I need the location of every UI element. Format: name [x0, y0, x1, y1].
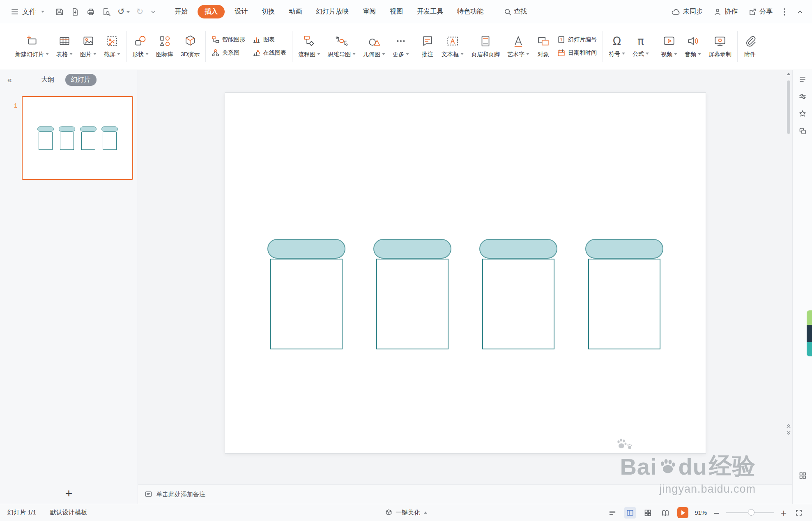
screenshot-button[interactable]: 截屏	[100, 32, 124, 61]
slide-shape-group-2[interactable]	[373, 239, 451, 349]
slide-number-button[interactable]: 幻灯片编号	[557, 36, 597, 44]
relation-diagram-button[interactable]: 关系图	[212, 49, 245, 57]
app-grid-icon[interactable]	[796, 468, 810, 482]
tab-home[interactable]: 开始	[170, 5, 192, 18]
tab-view[interactable]: 视图	[386, 5, 407, 18]
fit-window-button[interactable]	[793, 507, 805, 519]
redo-button[interactable]: ↻	[136, 7, 144, 16]
play-slideshow-button[interactable]	[677, 507, 688, 518]
zoom-slider-knob[interactable]	[748, 509, 754, 516]
save-button[interactable]	[55, 7, 64, 16]
zoom-slider[interactable]	[726, 512, 774, 513]
collapse-panel-button[interactable]: «	[7, 75, 12, 85]
find-button[interactable]: 查找	[504, 7, 527, 16]
slide-shape-group-3[interactable]	[479, 239, 557, 349]
ribbon-separator	[603, 31, 603, 62]
tab-insert[interactable]: 插入	[198, 5, 225, 18]
zoom-out-button[interactable]: −	[713, 508, 720, 517]
undo-caret-icon	[127, 11, 130, 13]
quick-access-toolbar: ↺ ↻	[55, 7, 156, 16]
more-menu-button[interactable]	[783, 8, 786, 16]
print-preview-button[interactable]	[102, 7, 111, 16]
slide-thumbnail-1[interactable]	[22, 96, 133, 180]
screen-record-button[interactable]: 屏幕录制	[705, 32, 735, 61]
print-button[interactable]	[86, 7, 95, 16]
vertical-scrollbar[interactable]	[785, 70, 792, 485]
pane-list-icon[interactable]	[796, 72, 810, 86]
next-slide-button[interactable]	[786, 431, 791, 436]
tab-special-features[interactable]: 特色功能	[453, 5, 488, 18]
new-slide-button[interactable]: 新建幻灯片	[12, 32, 53, 61]
collapse-ribbon-button[interactable]	[796, 8, 804, 16]
notes-bar[interactable]: 单击此处添加备注	[138, 484, 792, 504]
symbol-button[interactable]: Ω 符号	[605, 32, 629, 60]
screenshot-icon	[106, 34, 119, 48]
previous-slide-button[interactable]	[786, 423, 791, 428]
outline-tab[interactable]: 大纲	[41, 76, 55, 84]
slide-shape-group-4[interactable]	[585, 239, 663, 349]
shapes-button[interactable]: 形状	[129, 32, 152, 61]
resource-panel-peek-tab[interactable]	[807, 310, 812, 356]
mind-map-button[interactable]: 思维导图	[324, 32, 359, 61]
scroll-up-button[interactable]	[785, 70, 792, 78]
date-time-label: 日期和时间	[568, 49, 597, 57]
flowchart-button[interactable]: 流程图	[294, 32, 324, 61]
video-button[interactable]: 视频	[657, 32, 681, 61]
date-time-button[interactable]: 日期和时间	[557, 49, 597, 57]
slides-tab[interactable]: 幻灯片	[65, 74, 97, 86]
export-button[interactable]	[71, 7, 80, 16]
audio-label: 音频	[685, 51, 696, 57]
tab-developer[interactable]: 开发工具	[413, 5, 447, 18]
icon-library-button[interactable]: 图标库	[152, 32, 177, 61]
normal-view-button[interactable]	[624, 507, 636, 519]
zoom-in-button[interactable]: +	[780, 508, 787, 517]
header-footer-button[interactable]: 页眉和页脚	[467, 32, 504, 61]
word-art-button[interactable]: 艺术字	[504, 32, 533, 61]
tab-animation[interactable]: 动画	[285, 5, 306, 18]
smart-graphics-button[interactable]: 智能图形	[212, 36, 245, 44]
settings-sliders-icon[interactable]	[796, 90, 810, 103]
tab-transitions[interactable]: 切换	[258, 5, 279, 18]
tab-slideshow[interactable]: 幻灯片放映	[312, 5, 353, 18]
tab-design[interactable]: 设计	[230, 5, 252, 18]
attachment-button[interactable]: 附件	[740, 32, 760, 61]
text-box-button[interactable]: 文本框	[438, 32, 467, 61]
slide-canvas[interactable]	[138, 70, 792, 485]
geometry-button[interactable]: 几何图	[359, 32, 389, 61]
slide-thumbnail-list: 1	[0, 90, 138, 483]
screen-record-icon	[713, 34, 727, 48]
add-slide-button[interactable]: +	[65, 487, 73, 500]
slide-1[interactable]	[225, 93, 706, 453]
effects-star-icon[interactable]	[796, 107, 810, 121]
table-button[interactable]: 表格	[53, 32, 76, 61]
object-button[interactable]: 对象	[533, 32, 554, 61]
online-chart-button[interactable]: 在线图表	[253, 49, 286, 57]
notes-toggle-button[interactable]	[607, 507, 618, 519]
formula-button[interactable]: π 公式	[629, 32, 653, 60]
scrollbar-thumb[interactable]	[787, 80, 790, 134]
ribbon-tabs: 开始 插入 设计 切换 动画 幻灯片放映 审阅 视图 开发工具 特色功能	[170, 5, 488, 18]
picture-button[interactable]: 图片	[76, 32, 100, 61]
reading-view-button[interactable]	[660, 507, 671, 519]
file-menu-button[interactable]: 文件	[11, 7, 44, 16]
slide-shape-group-1[interactable]	[267, 239, 345, 349]
audio-button[interactable]: 音频	[681, 32, 705, 61]
collaborate-button[interactable]: 协作	[713, 7, 738, 16]
audio-icon	[686, 34, 699, 48]
one-click-beautify-button[interactable]: 一键美化	[385, 509, 427, 516]
chart-button[interactable]: 图表	[253, 36, 286, 44]
tab-review[interactable]: 审阅	[359, 5, 380, 18]
dropdown-caret	[646, 53, 649, 55]
customize-toolbar-button[interactable]	[150, 9, 156, 15]
comment-button[interactable]: 批注	[417, 32, 438, 61]
slides-panel: 大纲 幻灯片 « 1 +	[0, 70, 138, 504]
more-insert-button[interactable]: 更多	[389, 32, 413, 61]
share-button[interactable]: 分享	[748, 7, 773, 16]
template-name-button[interactable]: 默认设计模板	[50, 509, 87, 516]
ellipsis-icon	[394, 34, 407, 48]
selection-pane-icon[interactable]	[796, 124, 810, 138]
presentation-3d-button[interactable]: 3D演示	[177, 32, 203, 61]
undo-button[interactable]: ↺	[117, 7, 130, 16]
slide-sorter-view-button[interactable]	[642, 507, 653, 519]
sync-status-button[interactable]: 未同步	[671, 7, 703, 16]
